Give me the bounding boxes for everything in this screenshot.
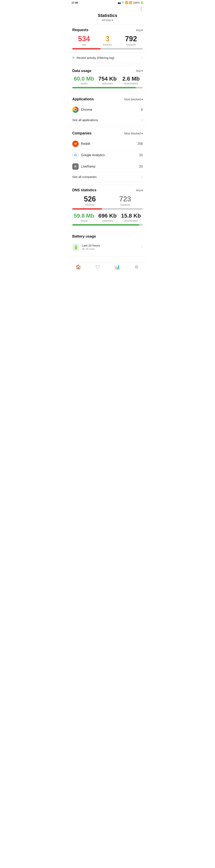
dns-requests-stat: 723 requests (108, 195, 143, 206)
nav-item-statistics[interactable]: 📊 (108, 265, 127, 270)
dns-progress-fill (72, 208, 102, 210)
dns-uploaded-stat: 696 Kb uploaded (96, 213, 119, 222)
requests-stats-row: 534 ads 3 trackers 792 requests (72, 35, 143, 46)
page-header: Statistics All time ▾ (69, 11, 146, 23)
nav-item-settings[interactable]: ⚙ (127, 265, 146, 270)
top-bar: ⋮ (69, 5, 146, 11)
company-name-google-analytics: Google Analytics (81, 153, 137, 157)
data-usage-filter[interactable]: Any ▾ (136, 69, 143, 72)
signal-icon: 📶 (129, 1, 132, 4)
see-all-companies[interactable]: See all companies › (72, 172, 143, 179)
battery-section: Battery usage 🔋 Last 24 hours 36.78 mAh … (69, 231, 146, 256)
dns-data-usage-row: 59.8 Mb saved 696 Kb uploaded 15.8 Kb do… (72, 213, 143, 222)
dns-saved-stat: 59.8 Mb saved (72, 213, 96, 222)
applications-filter[interactable]: Most blocked ▾ (124, 98, 143, 101)
dns-requests-label: requests (108, 203, 143, 206)
data-usage-progress-fill (72, 87, 136, 88)
data-usage-header: Data usage Any ▾ (72, 69, 143, 73)
battery-info: Last 24 hours 36.78 mAh (82, 244, 139, 250)
requests-value: 792 (119, 35, 143, 43)
uploaded-label: uploaded (96, 82, 119, 85)
dns-progress-bar (72, 208, 143, 210)
chrome-icon (72, 106, 79, 113)
company-count-reddit: 256 (137, 142, 143, 146)
activity-chevron: › (142, 56, 143, 60)
uploaded-value: 754 Kb (96, 76, 119, 82)
ads-stat: 534 ads (72, 35, 96, 46)
company-count-google-analytics: 20 (139, 153, 143, 157)
battery-row-sublabel: 36.78 mAh (82, 248, 139, 250)
company-name-liveramp: LiveRamp (81, 165, 137, 168)
requests-section: Requests Any ▾ 534 ads 3 trackers 792 re… (69, 25, 146, 53)
dns-blocked-value: 526 (72, 195, 108, 203)
applications-title: Applications (72, 97, 94, 101)
svg-point-2 (75, 144, 75, 144)
activity-label: Recent activity (Filtering log) (77, 56, 140, 59)
battery-row-label: Last 24 hours (82, 244, 139, 247)
applications-header: Applications Most blocked ▾ (72, 97, 143, 101)
see-all-companies-label: See all companies (72, 175, 97, 179)
battery-title: Battery usage (72, 234, 96, 239)
trackers-stat: 3 trackers (96, 35, 119, 46)
see-all-apps-label: See all applications (72, 118, 98, 122)
requests-progress-bar (72, 48, 143, 50)
camera-icon: 📷 (118, 1, 121, 4)
settings-icon: ⚙ (135, 265, 139, 270)
companies-filter[interactable]: Most blocked ▾ (124, 132, 143, 135)
requests-header: Requests Any ▾ (72, 28, 143, 32)
company-item-liveramp[interactable]: R LiveRamp 20 (72, 161, 143, 172)
companies-section: Companies Most blocked ▾ Reddit 256 (69, 128, 146, 182)
battery-header: Battery usage (72, 234, 143, 239)
google-icon: G (72, 152, 79, 158)
data-usage-stats-row: 60.0 Mb saved 754 Kb uploaded 2.6 Mb dow… (72, 76, 143, 85)
requests-stat: 792 requests (119, 35, 143, 46)
dns-downloaded-value: 15.8 Kb (119, 213, 143, 219)
downloaded-stat: 2.6 Mb downloaded (119, 76, 143, 85)
ads-value: 534 (72, 35, 96, 43)
dns-data-progress-bar (72, 224, 143, 225)
dns-requests-value: 723 (108, 195, 143, 203)
dns-uploaded-label: uploaded (96, 219, 119, 222)
shield-icon: 🛡 (122, 1, 124, 4)
trackers-label: trackers (96, 43, 119, 46)
svg-point-6 (74, 143, 75, 144)
data-usage-title: Data usage (72, 69, 92, 73)
applications-section: Applications Most blocked ▾ Chrome 8 See… (69, 94, 146, 125)
see-all-applications[interactable]: See all applications › (72, 116, 143, 122)
dns-filter[interactable]: Any ▾ (136, 189, 143, 192)
filter-subtitle[interactable]: All time ▾ (69, 19, 146, 22)
dns-downloaded-stat: 15.8 Kb downloaded (119, 213, 143, 222)
dns-blocked-label: blocked (72, 203, 108, 206)
requests-filter[interactable]: Any ▾ (136, 29, 143, 32)
company-item-reddit[interactable]: Reddit 256 (72, 138, 143, 150)
company-item-google-analytics[interactable]: G Google Analytics 20 (72, 150, 143, 161)
downloaded-value: 2.6 Mb (119, 76, 143, 82)
dns-header: DNS statistics Any ▾ (72, 188, 143, 192)
wifi-icon: 📶 (125, 1, 128, 4)
saved-label: saved (72, 82, 96, 85)
battery-status: 100% (133, 1, 140, 4)
recent-activity-row[interactable]: ≡ Recent activity (Filtering log) › (69, 53, 146, 63)
dns-stats-row: 526 blocked 723 requests (72, 195, 143, 206)
filter-label: All time (102, 19, 111, 22)
app-name-chrome: Chrome (81, 108, 139, 112)
dns-saved-label: saved (72, 219, 96, 222)
see-all-companies-chevron: › (142, 175, 143, 179)
saved-stat: 60.0 Mb saved (72, 76, 96, 85)
svg-point-3 (76, 144, 76, 144)
requests-title: Requests (72, 28, 88, 32)
dns-saved-value: 59.8 Mb (72, 213, 96, 219)
battery-last24h-icon: 🔋 (72, 244, 79, 251)
dns-title: DNS statistics (72, 188, 96, 192)
requests-progress-fill (72, 48, 101, 50)
see-all-apps-chevron: › (142, 118, 143, 122)
menu-button[interactable]: ⋮ (139, 6, 144, 11)
company-name-reddit: Reddit (81, 142, 135, 146)
app-count-chrome: 8 (141, 108, 143, 112)
battery-last-24h-row[interactable]: 🔋 Last 24 hours 36.78 mAh › (72, 241, 143, 253)
app-item-chrome[interactable]: Chrome 8 (72, 104, 143, 116)
data-usage-progress-bar (72, 87, 143, 88)
nav-item-home[interactable]: 🏠 (69, 265, 88, 270)
nav-item-protection[interactable]: 🛡 (88, 265, 108, 270)
filter-lines-icon: ≡ (72, 56, 75, 60)
